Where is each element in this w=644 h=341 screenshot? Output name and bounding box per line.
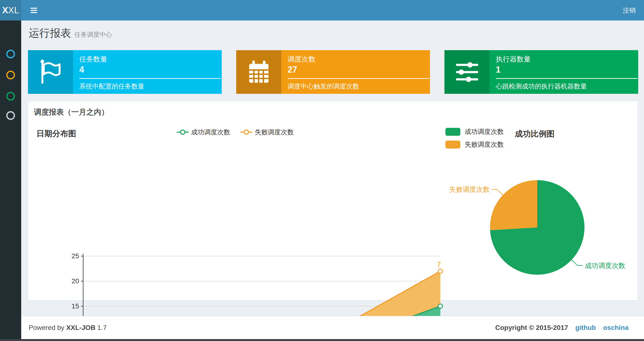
oschina-link[interactable]: oschina xyxy=(603,324,628,331)
pie-chart-legend: 成功调度次数 失败调度次数 xyxy=(446,127,504,153)
line-series-marker-icon xyxy=(177,129,189,136)
panel-title: 调度报表（一月之内） xyxy=(34,107,109,117)
page-subtitle: 任务调度中心 xyxy=(74,31,112,38)
sliders-icon xyxy=(444,50,490,94)
product-version: 1.7 xyxy=(97,324,107,331)
line-chart-title: 日期分布图 xyxy=(36,128,76,139)
logout-button[interactable]: 注销 xyxy=(620,0,639,21)
divider xyxy=(288,78,429,79)
sidebar-toggle-button[interactable] xyxy=(27,0,40,21)
sidebar-item-2[interactable] xyxy=(0,68,21,82)
legend-label: 失败调度次数 xyxy=(255,128,294,137)
info-box-value: 1 xyxy=(496,65,500,75)
footer: Powered by XXL-JOB 1.7 Copyright © 2015-… xyxy=(21,316,644,339)
circle-outline-icon xyxy=(6,71,15,79)
circle-outline-icon xyxy=(6,50,15,58)
svg-text:15: 15 xyxy=(72,302,79,310)
svg-text:25: 25 xyxy=(72,252,79,260)
pie-chart: 成功调度次数失败调度次数 xyxy=(448,174,632,287)
logo-text-bold: X xyxy=(2,5,8,16)
window-bottom-edge xyxy=(0,339,644,341)
product-name: XXL-JOB xyxy=(66,324,96,331)
svg-text:失败调度次数: 失败调度次数 xyxy=(449,186,490,193)
sidebar-item-3[interactable] xyxy=(0,89,21,104)
info-box-label: 调度次数 xyxy=(288,55,316,64)
page-title: 运行报表 xyxy=(29,27,71,39)
hamburger-icon xyxy=(30,8,37,9)
divider xyxy=(79,78,221,79)
info-box-label: 执行器数量 xyxy=(496,55,531,64)
line-series-marker-icon xyxy=(240,129,252,136)
pie-legend-item[interactable]: 失败调度次数 xyxy=(446,140,504,149)
pie-legend-swatch xyxy=(446,141,460,149)
info-box-description: 调度中心触发的调度次数 xyxy=(288,82,359,91)
top-navbar: XXL 注销 xyxy=(0,0,644,21)
info-box-description: 心跳检测成功的执行器机器数量 xyxy=(496,82,587,91)
page-header: 运行报表任务调度中心 xyxy=(29,26,112,40)
legend-label: 成功调度次数 xyxy=(191,128,230,137)
sidebar-item-4[interactable] xyxy=(0,108,21,123)
app-logo[interactable]: XXL xyxy=(0,0,21,21)
powered-by-text: Powered by XXL-JOB 1.7 xyxy=(29,324,107,331)
report-panel: 调度报表（一月之内） 日期分布图 成功调度次数 失败调度次数 051015202… xyxy=(28,101,638,300)
legend-label: 成功调度次数 xyxy=(465,127,504,136)
calendar-icon xyxy=(236,50,281,94)
info-box-description: 系统中配置的任务数量 xyxy=(79,82,144,91)
legend-label: 失败调度次数 xyxy=(465,140,504,149)
info-box-value: 4 xyxy=(79,65,84,75)
flag-icon xyxy=(28,50,73,94)
info-box-value: 27 xyxy=(288,65,297,75)
circle-outline-icon xyxy=(6,111,15,120)
sidebar xyxy=(0,21,21,341)
svg-text:7: 7 xyxy=(437,260,441,268)
sidebar-item-1[interactable] xyxy=(0,47,21,61)
line-chart-legend: 成功调度次数 失败调度次数 xyxy=(177,128,294,137)
pie-legend-item[interactable]: 成功调度次数 xyxy=(446,127,504,136)
info-box-label: 任务数量 xyxy=(79,55,107,64)
logo-text-rest: XL xyxy=(8,5,19,16)
info-box: 执行器数量 1 心跳检测成功的执行器机器数量 xyxy=(444,50,638,94)
circle-outline-icon xyxy=(6,92,15,101)
app-window: XXL 注销 运行报表任务调度中心 任务数量 4 系统中配置的任务数量 xyxy=(0,0,644,341)
line-legend-item[interactable]: 失败调度次数 xyxy=(240,128,294,137)
info-box: 调度次数 27 调度中心触发的调度次数 xyxy=(236,50,430,94)
line-legend-item[interactable]: 成功调度次数 xyxy=(177,128,230,137)
pie-chart-title: 成功比例图 xyxy=(515,129,554,139)
svg-text:成功调度次数: 成功调度次数 xyxy=(585,262,625,269)
pie-legend-swatch xyxy=(446,128,460,136)
copyright-text: Copyright © 2015-2017 github oschina xyxy=(495,324,628,331)
info-box: 任务数量 4 系统中配置的任务数量 xyxy=(28,50,222,94)
github-link[interactable]: github xyxy=(575,324,596,331)
divider xyxy=(496,78,638,79)
svg-text:20: 20 xyxy=(72,277,79,285)
